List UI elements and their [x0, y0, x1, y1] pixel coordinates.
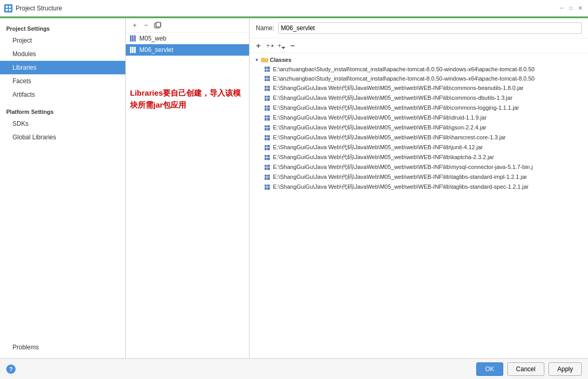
module-icon-m06servlet — [130, 47, 137, 53]
app-icon — [4, 4, 12, 12]
tree-entry-7[interactable]: E:\ShangGuiGu\Java Web\代码\JavaWeb\M05_we… — [250, 133, 588, 142]
sidebar-item-problems[interactable]: Problems — [0, 341, 125, 354]
name-label: Name: — [256, 24, 274, 32]
title-bar: Project Structure ─ □ ✕ — [0, 0, 588, 17]
classes-label: Classes — [270, 57, 292, 63]
entry-text-3: E:\ShangGuiGu\Java Web\代码\JavaWeb\M05_we… — [273, 94, 513, 102]
jar-icon-9 — [264, 154, 271, 161]
minimize-button[interactable]: ─ — [558, 5, 565, 12]
entry-text-11: E:\ShangGuiGu\Java Web\代码\JavaWeb\M05_we… — [273, 173, 527, 181]
jar-icon-3 — [264, 95, 271, 102]
tree-entry-0[interactable]: E:\anzhuangbao\Study_install\tomcat_inst… — [250, 64, 588, 74]
platform-settings-title: Platform Settings — [0, 106, 125, 117]
jar-icon-11 — [264, 174, 271, 181]
project-settings-title: Project Settings — [0, 22, 125, 34]
jar-icon-4 — [264, 104, 271, 112]
window-title: Project Structure — [16, 5, 558, 12]
tree-entry-2[interactable]: E:\ShangGuiGu\Java Web\代码\JavaWeb\M05_we… — [250, 83, 588, 93]
add-module-button[interactable]: + — [130, 21, 139, 30]
tree-entry-10[interactable]: E:\ShangGuiGu\Java Web\代码\JavaWeb\M05_we… — [250, 162, 588, 172]
svg-rect-2 — [6, 9, 8, 11]
tree-entry-11[interactable]: E:\ShangGuiGu\Java Web\代码\JavaWeb\M05_we… — [250, 172, 588, 182]
svg-rect-11 — [132, 47, 134, 53]
svg-rect-5 — [156, 22, 161, 27]
jar-icon-12 — [264, 184, 271, 191]
classes-expand-icon[interactable]: ▼ — [254, 57, 260, 63]
tree-entry-8[interactable]: E:\ShangGuiGu\Java Web\代码\JavaWeb\M05_we… — [250, 142, 588, 152]
sidebar-item-artifacts[interactable]: Artifacts — [0, 88, 125, 101]
tree-entry-9[interactable]: E:\ShangGuiGu\Java Web\代码\JavaWeb\M05_we… — [250, 152, 588, 162]
svg-rect-18 — [283, 47, 284, 49]
detail-panel: Name: + + + − — [250, 18, 588, 358]
help-button[interactable]: ? — [6, 364, 16, 374]
ok-button[interactable]: OK — [476, 362, 503, 376]
svg-rect-1 — [9, 6, 11, 8]
sidebar-item-facets[interactable]: Facets — [0, 74, 125, 88]
entry-text-1: E:\anzhuangbao\Study_install\tomcat_inst… — [273, 75, 534, 82]
svg-marker-15 — [272, 44, 273, 47]
copy-module-button[interactable] — [153, 21, 162, 30]
entry-text-9: E:\ShangGuiGu\Java Web\代码\JavaWeb\M05_we… — [273, 153, 494, 161]
module-item-m06servlet[interactable]: M06_servlet — [126, 44, 249, 56]
cancel-button[interactable]: Cancel — [507, 362, 544, 376]
entry-text-0: E:\anzhuangbao\Study_install\tomcat_inst… — [273, 66, 534, 72]
module-label-m05web: M05_web — [139, 35, 166, 42]
tree-entry-12[interactable]: E:\ShangGuiGu\Java Web\代码\JavaWeb\M05_we… — [250, 182, 588, 192]
jar-icon-5 — [264, 114, 271, 122]
tree-entry-6[interactable]: E:\ShangGuiGu\Java Web\代码\JavaWeb\M05_we… — [250, 123, 588, 133]
module-label-m06servlet: M06_servlet — [139, 46, 173, 54]
tree-entry-4[interactable]: E:\ShangGuiGu\Java Web\代码\JavaWeb\M05_we… — [250, 103, 588, 113]
modules-toolbar: + − — [126, 18, 249, 33]
entry-text-10: E:\ShangGuiGu\Java Web\代码\JavaWeb\M05_we… — [273, 163, 533, 171]
entry-text-4: E:\ShangGuiGu\Java Web\代码\JavaWeb\M05_we… — [273, 104, 519, 112]
name-row: Name: — [250, 18, 588, 38]
sidebar-item-libraries[interactable]: Libraries — [0, 61, 125, 74]
maximize-button[interactable]: □ — [567, 5, 574, 12]
jar-icon-0 — [264, 66, 271, 73]
classes-folder-icon — [261, 56, 268, 63]
tree-entry-1[interactable]: E:\anzhuangbao\Study_install\tomcat_inst… — [250, 74, 588, 83]
add-entry-button[interactable]: + — [254, 41, 263, 50]
sidebar-item-modules[interactable]: Modules — [0, 47, 125, 61]
bottom-bar: ? OK Cancel Apply — [0, 358, 588, 379]
entry-text-7: E:\ShangGuiGu\Java Web\代码\JavaWeb\M05_we… — [273, 134, 506, 141]
classes-root-node[interactable]: ▼ Classes — [250, 55, 588, 64]
close-button[interactable]: ✕ — [577, 5, 584, 12]
remove-entry-button[interactable]: − — [288, 41, 297, 50]
window-controls: ─ □ ✕ — [558, 5, 584, 12]
entry-text-8: E:\ShangGuiGu\Java Web\代码\JavaWeb\M05_we… — [273, 143, 483, 151]
entry-text-5: E:\ShangGuiGu\Java Web\代码\JavaWeb\M05_we… — [273, 114, 487, 122]
jar-icon-6 — [264, 124, 271, 132]
sidebar-item-project[interactable]: Project — [0, 34, 125, 47]
name-input[interactable] — [278, 22, 582, 34]
jar-icon-2 — [264, 85, 271, 92]
modules-panel: + − M05_web — [126, 18, 250, 358]
module-item-m05web[interactable]: M05_web — [126, 33, 249, 44]
dialog-buttons: OK Cancel Apply — [476, 362, 582, 376]
svg-rect-12 — [134, 47, 136, 53]
svg-rect-10 — [130, 47, 132, 53]
module-icon-m05web — [130, 35, 137, 42]
sidebar-item-sdks[interactable]: SDKs — [0, 117, 125, 130]
tree-entry-3[interactable]: E:\ShangGuiGu\Java Web\代码\JavaWeb\M05_we… — [250, 93, 588, 103]
tree-area[interactable]: ▼ Classes E:\anzhuangbao\Study_install\t… — [250, 53, 588, 358]
svg-rect-7 — [130, 35, 132, 42]
remove-module-button[interactable]: − — [141, 21, 151, 30]
svg-rect-3 — [9, 9, 11, 11]
entry-text-12: E:\ShangGuiGu\Java Web\代码\JavaWeb\M05_we… — [273, 183, 529, 191]
jar-icon-8 — [264, 144, 271, 151]
add-special-button2[interactable]: + — [277, 41, 286, 50]
svg-text:+: + — [278, 42, 281, 49]
svg-text:+: + — [266, 42, 270, 49]
jar-icon-10 — [264, 164, 271, 171]
svg-rect-0 — [6, 6, 8, 8]
svg-rect-9 — [134, 35, 136, 42]
jar-icon-7 — [264, 134, 271, 141]
add-special-button[interactable]: + — [265, 41, 275, 50]
tree-entry-5[interactable]: E:\ShangGuiGu\Java Web\代码\JavaWeb\M05_we… — [250, 113, 588, 123]
detail-toolbar: + + + − — [250, 38, 588, 53]
sidebar-item-global-libraries[interactable]: Global Libraries — [0, 130, 125, 144]
apply-button[interactable]: Apply — [548, 362, 582, 376]
svg-rect-8 — [132, 35, 134, 42]
sidebar: Project Settings Project Modules Librari… — [0, 18, 126, 358]
